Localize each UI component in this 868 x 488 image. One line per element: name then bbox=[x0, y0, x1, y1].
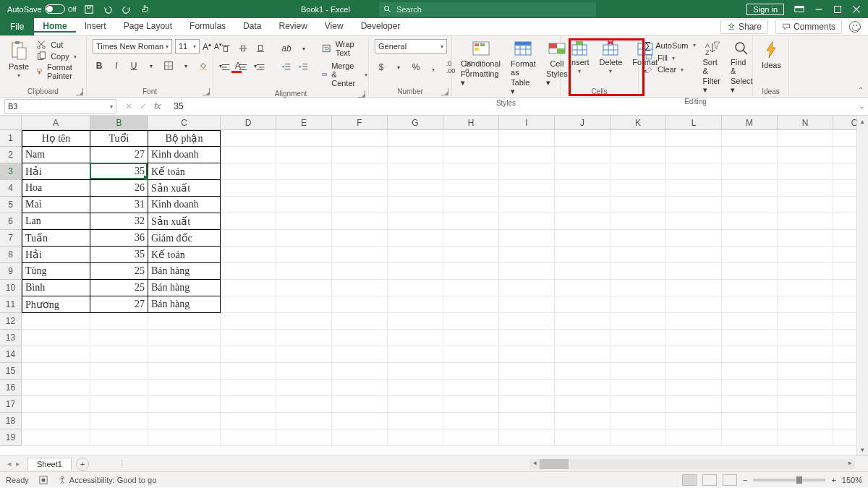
cell[interactable] bbox=[722, 147, 778, 163]
format-painter-button[interactable]: Format Painter bbox=[36, 62, 80, 81]
expand-formula-bar-icon[interactable]: ⌄ bbox=[855, 103, 868, 110]
row-header[interactable]: 15 bbox=[0, 363, 22, 380]
cell[interactable]: Kinh doanh bbox=[148, 147, 221, 163]
cell[interactable] bbox=[388, 180, 443, 197]
cell[interactable] bbox=[90, 363, 148, 380]
cell[interactable] bbox=[148, 363, 221, 380]
cell[interactable] bbox=[555, 346, 610, 363]
cell[interactable] bbox=[332, 429, 388, 446]
zoom-slider[interactable] bbox=[753, 479, 825, 481]
cell[interactable] bbox=[148, 429, 221, 446]
cell[interactable] bbox=[332, 263, 388, 280]
cell[interactable]: Hoa bbox=[22, 180, 90, 197]
cell[interactable] bbox=[778, 396, 833, 413]
row-header[interactable]: 11 bbox=[0, 296, 22, 313]
cell[interactable] bbox=[443, 147, 499, 163]
dialog-launcher-icon[interactable] bbox=[76, 88, 83, 95]
cell[interactable] bbox=[221, 180, 276, 197]
cell[interactable] bbox=[722, 247, 778, 263]
sheet-tab-sheet1[interactable]: Sheet1 bbox=[27, 458, 72, 470]
cell[interactable]: Tùng bbox=[22, 263, 90, 280]
cell[interactable] bbox=[90, 429, 148, 446]
save-icon[interactable] bbox=[84, 4, 94, 14]
cell[interactable] bbox=[610, 230, 666, 247]
cell[interactable] bbox=[332, 180, 388, 197]
column-header[interactable]: K bbox=[610, 116, 666, 130]
cell[interactable] bbox=[722, 263, 778, 280]
cell[interactable]: Sản xuất bbox=[148, 180, 221, 197]
cell[interactable] bbox=[499, 413, 555, 429]
cell[interactable] bbox=[610, 363, 666, 380]
cut-button[interactable]: Cut bbox=[36, 39, 80, 51]
cell[interactable]: 27 bbox=[90, 296, 148, 313]
cell[interactable] bbox=[221, 363, 276, 380]
cell[interactable] bbox=[555, 213, 610, 230]
row-header[interactable]: 14 bbox=[0, 346, 22, 363]
cell[interactable] bbox=[443, 296, 499, 313]
cell[interactable] bbox=[778, 180, 833, 197]
cell[interactable] bbox=[610, 380, 666, 396]
feedback-icon[interactable] bbox=[849, 21, 861, 33]
comma-button[interactable]: , bbox=[427, 61, 440, 74]
column-header[interactable]: F bbox=[332, 116, 388, 130]
cell[interactable] bbox=[555, 163, 610, 180]
cell[interactable] bbox=[276, 230, 332, 247]
cell[interactable] bbox=[722, 280, 778, 296]
zoom-out-button[interactable]: − bbox=[743, 476, 747, 484]
align-bottom-icon[interactable] bbox=[254, 42, 267, 55]
scroll-left-icon[interactable]: ◂ bbox=[529, 459, 540, 469]
column-header[interactable]: I bbox=[499, 116, 555, 130]
cell[interactable] bbox=[555, 296, 610, 313]
cell[interactable] bbox=[610, 130, 666, 147]
column-header[interactable]: L bbox=[666, 116, 722, 130]
cell[interactable] bbox=[778, 346, 833, 363]
dialog-launcher-icon[interactable] bbox=[358, 90, 365, 98]
cell[interactable] bbox=[666, 280, 722, 296]
font-name-select[interactable]: Times New Roman▾ bbox=[93, 39, 172, 53]
cell[interactable] bbox=[722, 296, 778, 313]
cell[interactable] bbox=[221, 130, 276, 147]
cell[interactable] bbox=[443, 130, 499, 147]
fx-icon[interactable]: fx bbox=[154, 101, 161, 111]
cell[interactable] bbox=[22, 413, 90, 429]
cell[interactable] bbox=[666, 213, 722, 230]
row-header[interactable]: 13 bbox=[0, 330, 22, 346]
cell[interactable]: 36 bbox=[90, 230, 148, 247]
font-color-button[interactable]: A bbox=[231, 59, 244, 72]
cell[interactable] bbox=[555, 130, 610, 147]
cell[interactable] bbox=[666, 380, 722, 396]
cell[interactable] bbox=[610, 330, 666, 346]
cell[interactable]: Họ tên bbox=[22, 130, 90, 147]
ideas-button[interactable]: Ideas bbox=[759, 39, 784, 71]
cell[interactable] bbox=[22, 380, 90, 396]
normal-view-button[interactable] bbox=[682, 474, 697, 486]
cell[interactable] bbox=[555, 247, 610, 263]
cell[interactable] bbox=[722, 413, 778, 429]
cell[interactable] bbox=[778, 263, 833, 280]
cell[interactable] bbox=[555, 197, 610, 213]
cell[interactable] bbox=[555, 263, 610, 280]
cell[interactable] bbox=[332, 130, 388, 147]
sign-in-button[interactable]: Sign in bbox=[746, 4, 784, 15]
cell[interactable] bbox=[443, 313, 499, 330]
tab-developer[interactable]: Developer bbox=[352, 21, 409, 31]
collapse-ribbon-icon[interactable]: ⌃ bbox=[858, 86, 864, 94]
cell[interactable] bbox=[22, 330, 90, 346]
cell[interactable] bbox=[221, 413, 276, 429]
row-header[interactable]: 7 bbox=[0, 230, 22, 247]
cell[interactable] bbox=[666, 396, 722, 413]
sheet-nav-prev-icon[interactable]: ◂ bbox=[7, 459, 12, 468]
column-header[interactable]: J bbox=[555, 116, 610, 130]
grow-font-icon[interactable]: A▴ bbox=[203, 41, 211, 52]
cell[interactable] bbox=[90, 346, 148, 363]
row-header[interactable]: 19 bbox=[0, 429, 22, 446]
cell[interactable] bbox=[388, 130, 443, 147]
row-header[interactable]: 6 bbox=[0, 213, 22, 230]
cell[interactable]: Giám đốc bbox=[148, 230, 221, 247]
macro-record-icon[interactable] bbox=[39, 476, 48, 484]
cell[interactable] bbox=[666, 313, 722, 330]
cell[interactable] bbox=[221, 263, 276, 280]
cell[interactable] bbox=[778, 163, 833, 180]
cell[interactable]: 32 bbox=[90, 213, 148, 230]
cell[interactable] bbox=[499, 130, 555, 147]
